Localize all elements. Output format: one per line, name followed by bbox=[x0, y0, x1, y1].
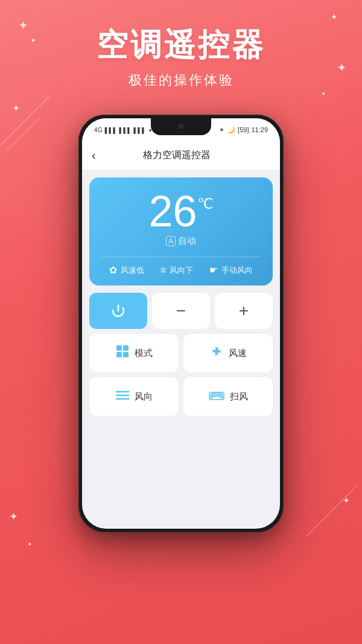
temperature-display: 26 ℃ bbox=[101, 190, 261, 233]
status-bar: 4G ▌▌▌ ▌▌▌ ▌▌▌ ▾ ✴ 🌙 [59] 11:29 bbox=[82, 118, 280, 141]
bluetooth-icon: ✴ bbox=[219, 126, 224, 134]
ac-info-row: ✿ 风速低 ≡ 风向下 ☛ 手动风向 bbox=[101, 257, 261, 276]
fan-icon: ✿ bbox=[109, 264, 117, 276]
app-bar-title: 格力空调遥控器 bbox=[103, 149, 251, 162]
increase-temp-button[interactable]: + bbox=[215, 293, 273, 329]
mode-display: A 自动 bbox=[101, 235, 261, 247]
manual-wind-info: ☛ 手动风向 bbox=[209, 264, 253, 276]
sweep-label: 扫风 bbox=[230, 391, 248, 403]
fan-speed-icon bbox=[209, 344, 224, 362]
time-display: 11:29 bbox=[251, 126, 268, 133]
back-button[interactable]: ‹ bbox=[92, 148, 96, 162]
svg-rect-2 bbox=[116, 345, 122, 351]
svg-rect-3 bbox=[123, 345, 129, 351]
phone-mockup: 4G ▌▌▌ ▌▌▌ ▌▌▌ ▾ ✴ 🌙 [59] 11:29 ‹ bbox=[78, 115, 284, 532]
wind-speed-label: 风速低 bbox=[121, 265, 144, 276]
phone-inner: 4G ▌▌▌ ▌▌▌ ▌▌▌ ▾ ✴ 🌙 [59] 11:29 ‹ bbox=[82, 118, 280, 529]
sweep-button[interactable]: 扫风 bbox=[183, 377, 273, 416]
battery-indicator: [59] bbox=[238, 126, 249, 133]
wind-direction-button[interactable]: 风向 bbox=[89, 377, 179, 416]
status-signal: 4G ▌▌▌ ▌▌▌ ▌▌▌ ▾ bbox=[94, 127, 153, 133]
sweep-icon bbox=[208, 389, 225, 404]
svg-rect-4 bbox=[116, 352, 122, 357]
temperature-unit: ℃ bbox=[197, 196, 214, 212]
content-area: 26 ℃ A 自动 ✿ 风速低 ≡ 风向下 bbox=[82, 170, 280, 423]
mode-label: 模式 bbox=[135, 348, 153, 359]
mode-text: 自动 bbox=[178, 235, 196, 247]
mode-button[interactable]: 模式 bbox=[89, 334, 179, 372]
camera-dot bbox=[178, 123, 184, 129]
wind-speed-info: ✿ 风速低 bbox=[109, 264, 144, 276]
wind-direction-label: 风向 bbox=[135, 391, 153, 403]
app-bar: ‹ 格力空调遥控器 bbox=[82, 141, 280, 170]
wind-direction-icon bbox=[115, 389, 130, 404]
ac-display-card: 26 ℃ A 自动 ✿ 风速低 ≡ 风向下 bbox=[89, 177, 273, 285]
wind-dir-icon: ≡ bbox=[160, 265, 166, 276]
manual-wind-label: 手动风向 bbox=[221, 265, 253, 276]
mode-a-label: A bbox=[166, 236, 176, 246]
manual-wind-icon: ☛ bbox=[209, 264, 218, 276]
sub-title: 极佳的操作体验 bbox=[0, 71, 362, 89]
svg-rect-5 bbox=[123, 352, 129, 357]
main-title: 空调遥控器 bbox=[0, 24, 362, 66]
temperature-value: 26 bbox=[148, 190, 197, 233]
mode-icon bbox=[115, 344, 130, 362]
moon-icon: 🌙 bbox=[227, 126, 235, 134]
fan-speed-button[interactable]: 风速 bbox=[183, 334, 273, 372]
status-right: ✴ 🌙 [59] 11:29 bbox=[219, 126, 268, 134]
fan-speed-label: 风速 bbox=[229, 348, 247, 359]
decrease-temp-button[interactable]: − bbox=[152, 293, 210, 329]
wind-dir-label: 风向下 bbox=[170, 265, 193, 276]
main-controls-row: − + bbox=[89, 293, 273, 329]
wind-dir-info: ≡ 风向下 bbox=[160, 264, 193, 276]
header-section: 空调遥控器 极佳的操作体验 bbox=[0, 24, 362, 89]
power-button[interactable] bbox=[89, 293, 147, 329]
function-buttons-grid: 模式 风速 bbox=[89, 334, 273, 416]
notch bbox=[151, 118, 211, 135]
phone-outer: 4G ▌▌▌ ▌▌▌ ▌▌▌ ▾ ✴ 🌙 [59] 11:29 ‹ bbox=[78, 115, 284, 532]
